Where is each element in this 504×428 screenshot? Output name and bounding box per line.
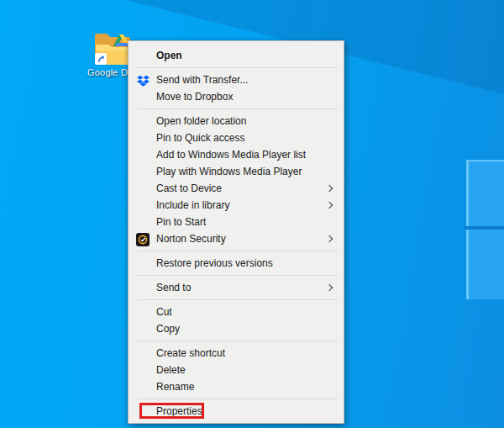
menu-separator (138, 108, 337, 109)
menu-item-label: Move to Dropbox (156, 91, 233, 103)
chevron-right-icon (326, 235, 333, 242)
menu-item-properties[interactable]: Properties (129, 403, 344, 420)
menu-item-label: Open folder location (156, 115, 246, 127)
chevron-right-icon (326, 202, 333, 209)
menu-item-pin-to-start[interactable]: Pin to Start (129, 214, 344, 230)
windows-logo-pane-bottom (466, 230, 504, 299)
menu-item-send-to[interactable]: Send to (129, 279, 344, 296)
menu-item-include-in-library[interactable]: Include in library (129, 197, 344, 214)
menu-item-label: Open (156, 50, 182, 61)
menu-item-pin-to-quick-access[interactable]: Pin to Quick access (129, 129, 344, 146)
menu-item-label: Pin to Quick access (156, 132, 244, 144)
menu-item-label: Send with Transfer... (156, 74, 248, 86)
shortcut-arrow-icon (95, 53, 107, 65)
menu-separator (138, 67, 337, 68)
menu-item-copy[interactable]: Copy (129, 320, 344, 337)
menu-item-open[interactable]: Open (129, 47, 344, 64)
menu-item-create-shortcut[interactable]: Create shortcut (129, 345, 344, 362)
menu-item-label: Rename (156, 381, 194, 393)
menu-item-label: Include in library (156, 199, 229, 211)
menu-item-rename[interactable]: Rename (129, 378, 344, 395)
menu-item-cast-to-device[interactable]: Cast to Device (129, 180, 344, 197)
menu-item-label: Restore previous versions (156, 257, 273, 269)
desktop: Google D Open Send with Transfer... Move… (0, 0, 504, 428)
menu-item-restore-previous-versions[interactable]: Restore previous versions (129, 255, 344, 272)
menu-item-move-to-dropbox[interactable]: Move to Dropbox (129, 88, 344, 105)
chevron-right-icon (326, 185, 333, 192)
context-menu: Open Send with Transfer... Move to Dropb… (128, 40, 344, 424)
menu-item-label: Copy (156, 323, 180, 335)
dropbox-icon (136, 74, 150, 87)
chevron-right-icon (326, 284, 333, 291)
menu-item-add-to-wmp-list[interactable]: Add to Windows Media Player list (129, 146, 344, 163)
norton-security-icon (136, 233, 150, 246)
menu-item-send-with-transfer[interactable]: Send with Transfer... (129, 71, 344, 88)
menu-item-play-with-wmp[interactable]: Play with Windows Media Player (129, 163, 344, 180)
menu-item-label: Delete (156, 364, 186, 376)
menu-item-label: Play with Windows Media Player (156, 166, 302, 177)
windows-logo-pane-top (466, 160, 504, 226)
menu-separator (138, 275, 337, 276)
menu-separator (138, 299, 337, 300)
menu-item-label: Cast to Device (156, 182, 222, 194)
menu-item-delete[interactable]: Delete (129, 362, 344, 378)
menu-item-label: Add to Windows Media Player list (156, 149, 306, 161)
menu-item-open-folder-location[interactable]: Open folder location (129, 113, 344, 129)
menu-item-label: Send to (156, 282, 191, 293)
menu-separator (138, 251, 337, 251)
menu-item-norton-security[interactable]: Norton Security (129, 230, 344, 247)
menu-separator (138, 341, 337, 341)
desktop-icon-label: Google D (87, 67, 128, 79)
menu-separator (138, 399, 337, 399)
menu-item-cut[interactable]: Cut (129, 304, 344, 320)
menu-item-label: Create shortcut (156, 347, 225, 359)
menu-item-label: Norton Security (156, 233, 226, 245)
menu-item-label: Cut (156, 306, 172, 318)
menu-item-label: Pin to Start (156, 216, 206, 228)
menu-item-label: Properties (156, 405, 202, 417)
